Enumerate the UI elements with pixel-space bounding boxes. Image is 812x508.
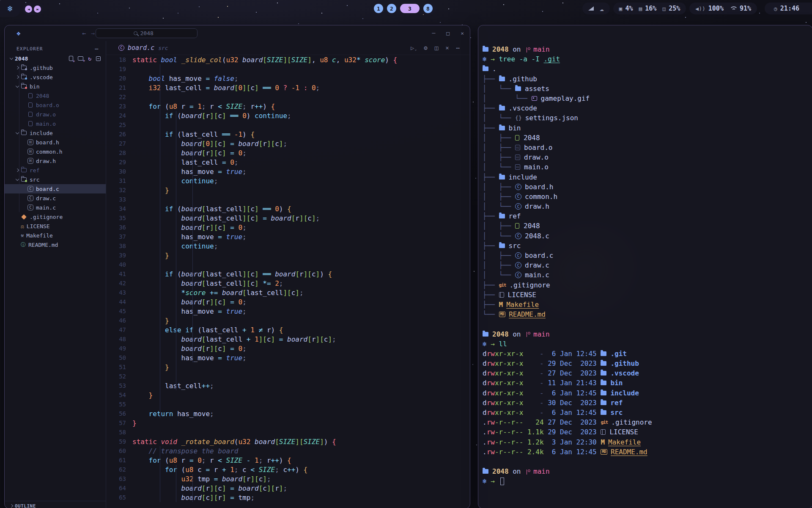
settings-gear-icon[interactable]: ⚙	[424, 44, 427, 51]
tree-item[interactable]: ⚒Makefile	[5, 231, 106, 240]
minimize-button[interactable]: ─	[432, 30, 436, 36]
media-prev-button[interactable]: |◀	[25, 6, 32, 13]
tree-item[interactable]: 2048	[5, 91, 106, 100]
close-editor-icon[interactable]: ×	[445, 44, 449, 51]
line-number: 59	[106, 438, 126, 445]
workspace-button[interactable]: 3	[400, 4, 420, 13]
tree-item[interactable]: Hcommon.h	[5, 147, 106, 156]
code-line: 64 board[r][c] = board[c][r];	[106, 483, 470, 493]
code-line: 62 for (u8 c = r + 1; c < SIZE; c++) {	[106, 465, 470, 474]
tab-board-c[interactable]: board.c	[128, 44, 154, 52]
collapse-all-icon[interactable]	[96, 56, 101, 61]
clock-pill[interactable]: ◷21:46	[765, 3, 812, 14]
terminal-line: ├── bin	[483, 123, 812, 133]
wifi-stat: 91%	[730, 5, 751, 12]
tree-item[interactable]: include	[5, 128, 106, 138]
terminal-line: ├── .vscode	[483, 103, 812, 113]
system-stats-pill[interactable]: ▣4% ▤16% ◫25%	[613, 3, 686, 14]
new-folder-icon[interactable]	[78, 56, 83, 61]
launcher-button[interactable]: ❄	[0, 0, 20, 17]
tree-item[interactable]: ⚖LICENSE	[5, 221, 106, 231]
line-number: 47	[106, 326, 126, 333]
terminal-line: ├── MMakefile	[483, 300, 812, 309]
code-line: 18static bool _slide_col(u32 board[SIZE]…	[106, 55, 470, 64]
media-next-button[interactable]: ▶|	[34, 6, 41, 13]
terminal-line: │ └── 01main.o	[483, 162, 812, 172]
line-number: 20	[106, 75, 126, 82]
line-number: 34	[106, 205, 126, 212]
code-lines: 18static bool _slide_col(u32 board[SIZE]…	[106, 55, 470, 502]
line-number: 30	[106, 168, 126, 175]
code-line: 29 last_cell = 0;	[106, 157, 470, 167]
new-file-icon[interactable]	[69, 56, 73, 61]
code-line: 20 bool has_move = false;	[106, 74, 470, 83]
code-editor[interactable]: 18static bool _slide_col(u32 board[SIZE]…	[106, 55, 470, 508]
sidebar-panel-header[interactable]: OUTLINE	[5, 501, 106, 508]
command-center[interactable]	[96, 28, 198, 38]
tree-item[interactable]: Hdraw.h	[5, 156, 106, 166]
line-number: 31	[106, 177, 126, 184]
code-line: 46 }	[106, 316, 470, 325]
code-line: 24 if (board[r][c] ══ 0) continue;	[106, 111, 470, 120]
tree-item[interactable]: .vscode	[5, 72, 106, 82]
line-number: 61	[106, 457, 126, 464]
tree-item[interactable]: board.o	[5, 100, 106, 110]
explorer-root-item[interactable]: 2048 ↻	[5, 54, 106, 63]
workspace-button[interactable]: 1	[374, 4, 383, 13]
line-number: 29	[106, 159, 126, 166]
volume-wifi-pill[interactable]: ◀))100% 91%	[689, 3, 757, 14]
terminal-line: 2048 on main	[483, 467, 812, 476]
terminal-line: │ ├── Cboard.c	[483, 251, 812, 260]
tree-item[interactable]: Cboard.c	[5, 184, 106, 193]
tree-item[interactable]: ⓘREADME.md	[5, 240, 106, 249]
nav-back-button[interactable]: ←	[82, 30, 86, 37]
line-number: 48	[106, 336, 126, 342]
code-line: 47 else if (last_cell + 1 ≠ r) {	[106, 325, 470, 334]
tree-item[interactable]: bin	[5, 82, 106, 91]
cpu-value: 4%	[625, 5, 633, 12]
vscode-titlebar[interactable]: ❖ ← → ─ □ ×	[5, 25, 470, 41]
code-line: 23 for (u8 r = 1; r < SIZE; r++) {	[106, 102, 470, 111]
more-actions-icon[interactable]: ⋯	[456, 44, 460, 51]
line-number: 54	[106, 392, 126, 398]
workspace-button[interactable]: 2	[387, 4, 396, 13]
indent-guide	[176, 111, 176, 390]
tree-item[interactable]: draw.o	[5, 110, 106, 119]
maximize-button[interactable]: □	[446, 30, 450, 36]
tree-item[interactable]: src	[5, 175, 106, 184]
tree-item[interactable]: Cdraw.c	[5, 193, 106, 203]
code-line: 60 // transpose the board	[106, 446, 470, 456]
line-number: 38	[106, 243, 126, 249]
wifi-value: 91%	[740, 5, 751, 12]
cpu-stat: ▣4%	[619, 5, 633, 12]
workspace-label: 3	[408, 6, 411, 12]
explorer-more-icon[interactable]: ⋯	[95, 45, 99, 52]
terminal-line: drwxr-xr-x - 30 Dec 2023 ref	[483, 398, 812, 408]
code-line: 34 if (board[last_cell][c] ══ 0) {	[106, 204, 470, 213]
tree-item[interactable]: main.o	[5, 119, 106, 128]
tree-item[interactable]: .github	[5, 63, 106, 72]
code-line: 50 has_move = true;	[106, 353, 470, 362]
workspace-button[interactable]: 8	[423, 4, 433, 13]
terminal-output: 2048 on main ❄ → tree -a -I .git . ├── .…	[483, 44, 812, 486]
search-input[interactable]	[140, 30, 160, 36]
cloud-icon: ☁	[600, 5, 604, 13]
close-button[interactable]: ×	[461, 30, 464, 36]
indent-guide	[176, 465, 176, 502]
run-button[interactable]: ▷⌄	[411, 44, 417, 51]
split-editor-icon[interactable]: ◫	[435, 44, 438, 51]
network-pill[interactable]: ☁	[582, 3, 610, 14]
clock-stat: ◷21:46	[774, 5, 799, 12]
tree-item[interactable]: Cmain.c	[5, 203, 106, 212]
terminal-line: drwxr-xr-x - 6 Jan 12:45 src	[483, 408, 812, 417]
workspace-label: 1	[377, 6, 380, 12]
line-number: 40	[106, 261, 126, 268]
tree-item[interactable]: ref	[5, 166, 106, 175]
nav-forward-button[interactable]: →	[91, 30, 95, 37]
refresh-icon[interactable]: ↻	[88, 56, 91, 61]
tree-item[interactable]: .gitignore	[5, 212, 106, 221]
terminal-window[interactable]: 2048 on main ❄ → tree -a -I .git . ├── .…	[478, 25, 812, 508]
tree-item[interactable]: Hboard.h	[5, 138, 106, 147]
code-line: 19	[106, 64, 470, 74]
code-line: 57}	[106, 418, 470, 428]
